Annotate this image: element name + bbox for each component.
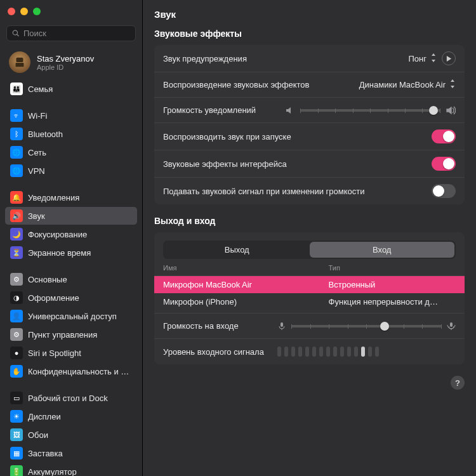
sidebar-item-label: Siri и Spotlight [28, 348, 81, 358]
sidebar-item-siri[interactable]: ●Siri и Spotlight [5, 344, 137, 362]
apple-id-account[interactable]: Stas Zveryanov Apple ID [0, 48, 142, 77]
svg-rect-3 [450, 322, 453, 327]
desktop-icon: ▭ [10, 392, 23, 404]
window-controls [0, 0, 142, 23]
sidebar-item-sound[interactable]: 🔊Звук [5, 207, 137, 225]
nav-list: 👪СемьяᯤWi-FiᛒBluetooth🌐Сеть🌐VPN🔔Уведомле… [0, 79, 142, 476]
family-icon: 👪 [10, 83, 23, 95]
avatar [9, 51, 30, 73]
playthrough-dropdown[interactable]: Динамики MacBook Air [359, 79, 456, 90]
screentime-icon: ⏳ [10, 246, 23, 259]
sidebar-item-label: Обои [28, 430, 48, 440]
wallpaper-icon: 🖼 [10, 428, 23, 441]
device-type: Встроенный [329, 280, 456, 289]
sidebar-item-label: Дисплеи [28, 412, 61, 421]
section-io-title: Выход и вход [154, 216, 465, 226]
sidebar-item-network[interactable]: 🌐Сеть [5, 143, 137, 161]
sidebar-item-label: Экранное время [28, 248, 91, 258]
wifi-icon: ᯤ [10, 109, 23, 122]
sidebar-item-privacy[interactable]: ✋Конфиденциальность и безопасность [5, 362, 137, 380]
sidebar: Stas Zveryanov Apple ID 👪СемьяᯤWi-FiᛒBlu… [0, 0, 143, 476]
sidebar-item-bluetooth[interactable]: ᛒBluetooth [5, 125, 137, 143]
sidebar-item-general[interactable]: ⚙Основные [5, 270, 137, 288]
minimize-button[interactable] [20, 8, 28, 15]
mic-high-icon [447, 322, 456, 331]
device-type: Функция непрерывности д… [329, 297, 456, 307]
battery-icon: 🔋 [10, 465, 23, 476]
search-icon [12, 29, 20, 37]
startup-sound-toggle[interactable] [432, 129, 456, 143]
col-type: Тип [329, 264, 456, 272]
sidebar-item-label: Семья [28, 84, 53, 94]
input-level-label: Уровень входного сигнала [163, 347, 277, 357]
sidebar-item-notifications[interactable]: 🔔Уведомления [5, 188, 137, 206]
sidebar-item-label: Универсальный доступ [28, 312, 117, 321]
sidebar-item-screensaver[interactable]: ▦Заставка [5, 444, 137, 462]
alert-sound-label: Звук предупреждения [163, 54, 409, 63]
page-title: Звук [154, 9, 465, 20]
main-content: Звук Звуковые эффекты Звук предупреждени… [143, 0, 476, 476]
displays-icon: ☀ [10, 410, 23, 423]
sidebar-item-family[interactable]: 👪Семья [5, 80, 137, 98]
sidebar-item-label: Уведомления [28, 193, 79, 202]
network-icon: 🌐 [10, 146, 23, 159]
sidebar-item-vpn[interactable]: 🌐VPN [5, 162, 137, 180]
account-name: Stas Zveryanov [37, 54, 94, 63]
sidebar-item-wallpaper[interactable]: 🖼Обои [5, 426, 137, 444]
sidebar-item-desktop[interactable]: ▭Рабочий стол и Dock [5, 389, 137, 407]
sidebar-item-label: Сеть [28, 148, 46, 157]
effects-panel: Звук предупреждения Понг Воспроизведение… [154, 45, 465, 204]
svg-rect-2 [281, 322, 283, 327]
volume-feedback-toggle[interactable] [432, 184, 456, 198]
sidebar-item-label: Оформление [28, 293, 79, 303]
sidebar-item-displays[interactable]: ☀Дисплеи [5, 407, 137, 425]
help-button[interactable]: ? [451, 376, 465, 390]
general-icon: ⚙ [10, 273, 23, 286]
input-volume-label: Громкость на входе [163, 321, 277, 331]
ui-sounds-toggle[interactable] [432, 157, 456, 171]
sidebar-item-screentime[interactable]: ⏳Экранное время [5, 244, 137, 261]
sidebar-item-focus[interactable]: 🌙Фокусирование [5, 225, 137, 243]
zoom-button[interactable] [33, 8, 41, 15]
appearance-icon: ◑ [10, 291, 23, 304]
device-row[interactable]: Микрофон (iPhone)Функция непрерывности д… [154, 293, 465, 310]
sidebar-item-wifi[interactable]: ᯤWi-Fi [5, 107, 137, 124]
sound-icon: 🔊 [10, 209, 23, 222]
privacy-icon: ✋ [10, 365, 23, 378]
sidebar-item-label: VPN [28, 166, 45, 176]
device-row[interactable]: Микрофон MacBook AirВстроенный [154, 276, 465, 293]
sidebar-item-label: Рабочий стол и Dock [28, 393, 108, 403]
speaker-low-icon [285, 105, 295, 116]
sidebar-item-appearance[interactable]: ◑Оформление [5, 289, 137, 307]
sidebar-item-label: Пункт управления [28, 330, 97, 340]
alert-sound-dropdown[interactable]: Понг [409, 53, 437, 64]
bluetooth-icon: ᛒ [10, 128, 23, 140]
sidebar-item-label: Фокусирование [28, 230, 87, 239]
sidebar-item-label: Аккумулятор [28, 467, 77, 477]
sidebar-item-controlcenter[interactable]: ⚙Пункт управления [5, 326, 137, 343]
close-button[interactable] [8, 8, 15, 15]
mic-low-icon [277, 322, 286, 331]
device-name: Микрофон MacBook Air [163, 280, 329, 289]
ui-sounds-label: Звуковые эффекты интерфейса [163, 159, 432, 169]
vpn-icon: 🌐 [10, 164, 23, 177]
sidebar-item-label: Основные [28, 275, 67, 284]
chevron-updown-icon [449, 79, 456, 90]
tab-output[interactable]: Выход [164, 242, 310, 258]
alert-volume-label: Громкость уведомлений [163, 105, 285, 115]
tab-input[interactable]: Вход [310, 242, 455, 258]
sidebar-item-label: Конфиденциальность и безопасность [28, 367, 132, 376]
chevron-updown-icon [430, 53, 437, 64]
device-name: Микрофон (iPhone) [163, 297, 329, 307]
search-input[interactable] [23, 29, 130, 38]
alert-volume-slider[interactable] [300, 109, 440, 112]
sidebar-item-label: Заставка [28, 449, 63, 458]
sidebar-item-accessibility[interactable]: 👤Универсальный доступ [5, 307, 137, 325]
accessibility-icon: 👤 [10, 310, 23, 322]
play-alert-button[interactable] [442, 51, 456, 65]
input-volume-slider[interactable] [291, 325, 442, 327]
section-effects-title: Звуковые эффекты [154, 29, 465, 39]
controlcenter-icon: ⚙ [10, 328, 23, 341]
sidebar-item-battery[interactable]: 🔋Аккумулятор [5, 463, 137, 476]
search-field[interactable] [6, 25, 136, 41]
